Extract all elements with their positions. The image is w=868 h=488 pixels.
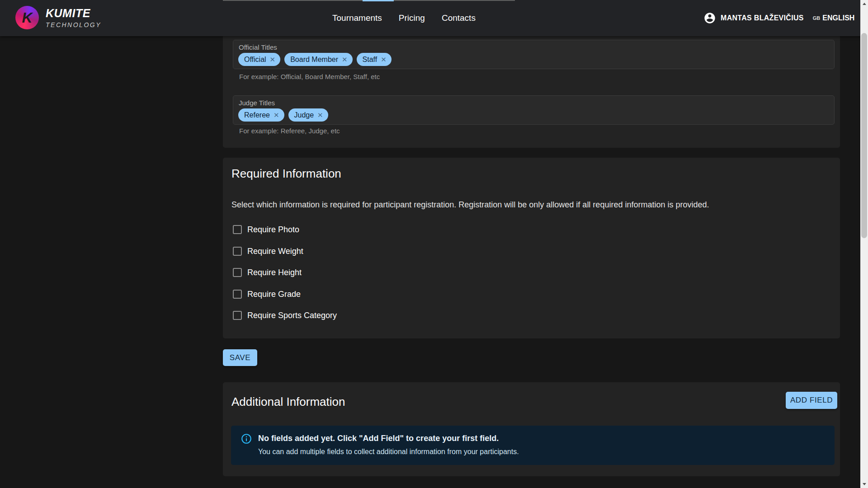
official-titles-field[interactable]: Official Titles Official ✕ Board Member … <box>233 40 835 69</box>
chip-label: Board Member <box>290 56 338 64</box>
required-info-description: Select which information is required for… <box>231 200 709 210</box>
official-titles-chips: Official ✕ Board Member ✕ Staff ✕ <box>238 53 392 66</box>
nav-link-pricing[interactable]: Pricing <box>399 13 425 23</box>
checkbox-row-require-photo[interactable]: Require Photo <box>233 222 299 237</box>
arrow-up-icon <box>863 3 866 5</box>
chip-referee[interactable]: Referee ✕ <box>238 108 284 122</box>
chip-board-member[interactable]: Board Member ✕ <box>284 53 352 66</box>
checkbox-row-require-grade[interactable]: Require Grade <box>233 286 301 302</box>
official-titles-label: Official Titles <box>239 43 277 51</box>
language-selector[interactable]: GB ENGLISH <box>813 14 855 22</box>
page: K KUMITE TECHNOLOGY Tournaments Pricing … <box>0 0 868 488</box>
info-icon <box>241 433 252 445</box>
brand-subtitle: TECHNOLOGY <box>46 22 101 28</box>
checkbox-label: Require Weight <box>247 247 303 256</box>
additional-info-title: Additional Information <box>231 395 345 409</box>
alert-title: No fields added yet. Click "Add Field" t… <box>258 434 499 443</box>
chip-delete-icon[interactable]: ✕ <box>317 111 323 119</box>
checkbox-label: Require Sports Category <box>247 311 337 320</box>
avatar-icon[interactable] <box>703 12 716 24</box>
checkbox[interactable] <box>233 311 242 320</box>
judge-titles-field[interactable]: Judge Titles Referee ✕ Judge ✕ <box>233 95 835 125</box>
judge-titles-helper: For example: Referee, Judge, etc <box>239 127 340 135</box>
brand-name: KUMITE <box>46 7 101 19</box>
nav-link-tournaments[interactable]: Tournaments <box>332 13 382 23</box>
checkbox[interactable] <box>233 247 242 256</box>
user-name[interactable]: MANTAS BLAŽEVIČIUS <box>721 14 804 22</box>
chip-delete-icon[interactable]: ✕ <box>381 56 387 64</box>
checkbox-label: Require Height <box>247 268 302 277</box>
active-tab-indicator <box>363 0 394 1</box>
chip-label: Referee <box>244 111 270 119</box>
chip-judge[interactable]: Judge ✕ <box>288 108 328 122</box>
chip-staff[interactable]: Staff ✕ <box>357 53 392 66</box>
nav-links: Tournaments Pricing Contacts <box>332 0 476 36</box>
chip-label: Official <box>244 56 266 64</box>
required-info-card: Required Information Select which inform… <box>223 158 840 338</box>
chip-label: Staff <box>363 56 377 64</box>
titles-card: Official Titles Official ✕ Board Member … <box>223 36 840 148</box>
scrollbar[interactable] <box>860 0 868 488</box>
checkbox[interactable] <box>233 290 242 299</box>
arrow-down-icon <box>863 483 866 485</box>
checkbox-row-require-sports-category[interactable]: Require Sports Category <box>233 308 337 323</box>
chip-delete-icon[interactable]: ✕ <box>342 56 348 64</box>
add-field-button[interactable]: ADD FIELD <box>786 392 837 409</box>
scrollbar-down-button[interactable] <box>860 480 868 488</box>
chip-label: Judge <box>294 111 314 119</box>
checkbox[interactable] <box>233 225 242 234</box>
required-info-title: Required Information <box>231 167 341 181</box>
checkbox-label: Require Grade <box>247 290 301 299</box>
brand-logo-icon: K <box>15 6 39 29</box>
checkbox-label: Require Photo <box>247 225 299 235</box>
language-label: ENGLISH <box>822 14 854 22</box>
chip-official[interactable]: Official ✕ <box>238 53 280 66</box>
judge-titles-chips: Referee ✕ Judge ✕ <box>238 108 328 122</box>
save-button[interactable]: SAVE <box>223 349 257 366</box>
checkbox[interactable] <box>233 268 242 277</box>
checkbox-row-require-height[interactable]: Require Height <box>233 265 302 280</box>
scrollbar-up-button[interactable] <box>860 0 868 8</box>
official-titles-helper: For example: Official, Board Member, Sta… <box>239 73 380 80</box>
checkbox-row-require-weight[interactable]: Require Weight <box>233 244 303 259</box>
nav-link-contacts[interactable]: Contacts <box>442 13 476 23</box>
brand-text: KUMITE TECHNOLOGY <box>46 7 101 28</box>
scrollbar-thumb[interactable] <box>861 33 867 238</box>
additional-info-card: Additional Information ADD FIELD No fiel… <box>223 382 840 476</box>
alert-body: You can add multiple fields to collect a… <box>258 448 519 456</box>
chip-delete-icon[interactable]: ✕ <box>270 56 276 64</box>
language-flag: GB <box>813 15 821 21</box>
navbar: K KUMITE TECHNOLOGY Tournaments Pricing … <box>0 0 868 36</box>
chip-delete-icon[interactable]: ✕ <box>274 111 279 119</box>
info-alert: No fields added yet. Click "Add Field" t… <box>231 426 835 465</box>
brand[interactable]: K KUMITE TECHNOLOGY <box>15 6 101 29</box>
user-area: MANTAS BLAŽEVIČIUS GB ENGLISH <box>703 0 854 36</box>
judge-titles-label: Judge Titles <box>239 99 275 107</box>
